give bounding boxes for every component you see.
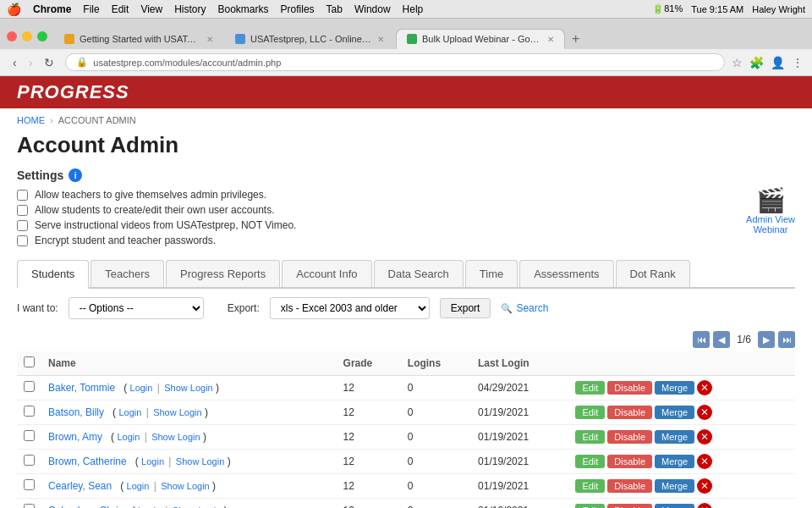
student-name-link-0[interactable]: Baker, Tommie <box>48 382 115 394</box>
tab-account-info[interactable]: Account Info <box>282 260 371 287</box>
breadcrumb-home[interactable]: HOME <box>17 115 45 125</box>
merge-button-3[interactable]: Merge <box>655 455 694 468</box>
tab-1-close[interactable]: ✕ <box>206 35 213 44</box>
minimize-button[interactable] <box>22 31 32 41</box>
menu-profiles[interactable]: Profiles <box>281 3 315 15</box>
delete-button-2[interactable]: ✕ <box>697 429 712 444</box>
extensions-icon[interactable]: 🧩 <box>749 56 764 69</box>
tab-students[interactable]: Students <box>17 260 89 289</box>
tab-teachers[interactable]: Teachers <box>91 260 164 287</box>
url-bar[interactable]: 🔒 usatestprep.com/modules/account/admin.… <box>65 53 725 71</box>
maximize-button[interactable] <box>37 31 47 41</box>
app-name[interactable]: Chrome <box>33 3 71 15</box>
tab-1[interactable]: Getting Started with USATestr... ✕ <box>54 30 223 48</box>
disable-button-5[interactable]: Disable <box>607 504 652 508</box>
delete-button-3[interactable]: ✕ <box>697 454 712 469</box>
prev-page-button[interactable]: ◀ <box>713 331 730 348</box>
bookmark-icon[interactable]: ☆ <box>732 56 743 69</box>
row-checkbox-2[interactable] <box>24 430 35 441</box>
tab-dot-rank[interactable]: Dot Rank <box>616 260 690 287</box>
menu-bookmarks[interactable]: Bookmarks <box>218 3 269 15</box>
tab-data-search[interactable]: Data Search <box>374 260 464 287</box>
select-all-checkbox[interactable] <box>24 356 35 367</box>
tab-progress-reports[interactable]: Progress Reports <box>166 260 280 287</box>
student-name-link-1[interactable]: Batson, Billy <box>48 406 104 418</box>
menu-help[interactable]: Help <box>403 3 424 15</box>
disable-button-2[interactable]: Disable <box>607 430 652 444</box>
next-page-button[interactable]: ▶ <box>758 331 775 348</box>
checkbox-encrypt-passwords[interactable] <box>17 235 28 246</box>
edit-button-0[interactable]: Edit <box>575 381 605 395</box>
forward-button[interactable]: › <box>25 54 37 71</box>
show-login-link-1[interactable]: Show Login <box>153 407 202 417</box>
login-link-0[interactable]: Login <box>130 383 153 393</box>
tab-2[interactable]: USATestprep, LLC - Online St... ✕ <box>225 30 394 48</box>
row-checkbox-3[interactable] <box>24 455 35 466</box>
disable-button-3[interactable]: Disable <box>607 455 652 468</box>
settings-info-icon[interactable]: i <box>69 168 82 182</box>
delete-button-5[interactable]: ✕ <box>697 503 712 508</box>
menu-icon[interactable]: ⋮ <box>792 56 804 69</box>
show-login-link-0[interactable]: Show Login <box>164 383 213 393</box>
login-link-3[interactable]: Login <box>141 456 164 467</box>
back-button[interactable]: ‹ <box>8 54 21 71</box>
student-name-link-5[interactable]: Columbus, Chris <box>48 505 123 508</box>
login-link-4[interactable]: Login <box>127 481 150 491</box>
menu-edit[interactable]: Edit <box>112 3 129 15</box>
menu-window[interactable]: Window <box>354 3 391 15</box>
search-link[interactable]: 🔍 Search <box>501 302 548 314</box>
menu-history[interactable]: History <box>174 3 206 15</box>
show-login-link-3[interactable]: Show Login <box>176 456 225 467</box>
edit-button-4[interactable]: Edit <box>575 479 605 493</box>
close-button[interactable] <box>7 31 17 41</box>
tab-2-close[interactable]: ✕ <box>377 35 384 44</box>
reload-button[interactable]: ↻ <box>40 54 58 71</box>
disable-button-1[interactable]: Disable <box>607 406 652 419</box>
checkbox-instructional-videos[interactable] <box>17 220 28 231</box>
student-name-link-2[interactable]: Brown, Amy <box>48 431 102 443</box>
options-select[interactable]: -- Options -- <box>69 297 204 319</box>
disable-button-0[interactable]: Disable <box>607 381 652 395</box>
edit-button-3[interactable]: Edit <box>575 455 605 468</box>
menu-view[interactable]: View <box>140 3 162 15</box>
edit-button-2[interactable]: Edit <box>575 430 605 444</box>
apple-menu[interactable]: 🍎 <box>7 3 21 16</box>
student-name-link-3[interactable]: Brown, Catherine <box>48 456 127 467</box>
edit-button-1[interactable]: Edit <box>575 406 605 419</box>
checkbox-admin-privileges[interactable] <box>17 190 28 201</box>
merge-button-1[interactable]: Merge <box>655 406 694 419</box>
tab-time[interactable]: Time <box>465 260 518 287</box>
tab-assessments[interactable]: Assessments <box>519 260 613 287</box>
merge-button-4[interactable]: Merge <box>655 479 694 493</box>
export-select[interactable]: xls - Excel 2003 and older xlsx - Excel … <box>270 297 430 319</box>
row-checkbox-0[interactable] <box>24 381 35 392</box>
delete-button-1[interactable]: ✕ <box>697 405 712 420</box>
show-login-link-4[interactable]: Show Login <box>161 481 210 491</box>
student-name-link-4[interactable]: Cearley, Sean <box>48 480 112 492</box>
last-page-button[interactable]: ⏭ <box>778 331 795 348</box>
disable-button-4[interactable]: Disable <box>607 479 652 493</box>
show-login-link-2[interactable]: Show Login <box>151 432 200 442</box>
tab-3-close[interactable]: ✕ <box>547 35 554 44</box>
row-checkbox-4[interactable] <box>24 479 35 490</box>
merge-button-2[interactable]: Merge <box>655 430 694 444</box>
new-tab-button[interactable]: + <box>567 31 584 47</box>
menu-file[interactable]: File <box>83 3 99 15</box>
delete-button-4[interactable]: ✕ <box>697 478 712 494</box>
admin-webinar-link[interactable]: 🎬 Admin ViewWebinar <box>746 186 795 235</box>
merge-button-5[interactable]: Merge <box>655 504 694 508</box>
checkbox-student-accounts[interactable] <box>17 205 28 216</box>
export-button[interactable]: Export <box>440 298 491 318</box>
tab-2-favicon <box>235 34 245 44</box>
row-checkbox-5[interactable] <box>24 504 35 508</box>
edit-button-5[interactable]: Edit <box>575 504 605 508</box>
login-link-1[interactable]: Login <box>118 407 141 417</box>
delete-button-0[interactable]: ✕ <box>697 380 712 395</box>
profile-icon[interactable]: 👤 <box>771 56 785 69</box>
first-page-button[interactable]: ⏮ <box>693 331 710 348</box>
merge-button-0[interactable]: Merge <box>655 381 694 395</box>
login-link-2[interactable]: Login <box>117 432 140 442</box>
menu-tab[interactable]: Tab <box>326 3 343 15</box>
row-checkbox-1[interactable] <box>24 406 35 417</box>
tab-3[interactable]: Bulk Upload Webinar - Googl... ✕ <box>396 29 565 49</box>
